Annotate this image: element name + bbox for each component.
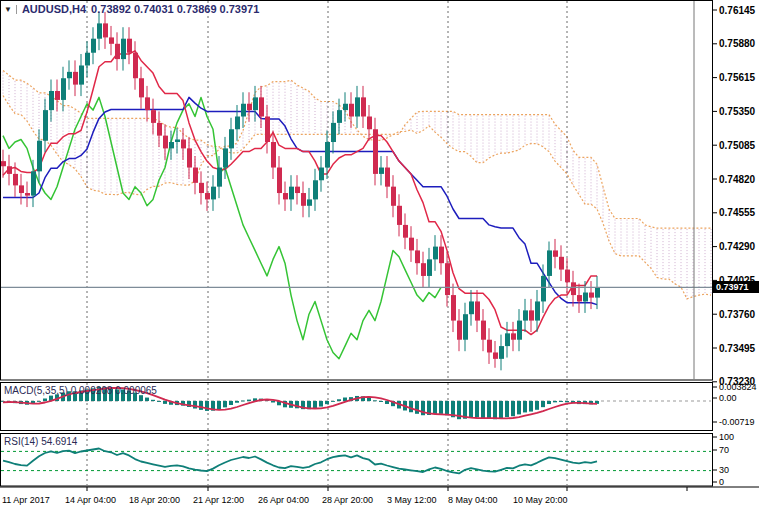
time-axis-label: 18 Apr 20:00 (129, 495, 180, 505)
current-price-tag: 0.73971 (713, 281, 759, 293)
time-axis-label: 3 May 12:00 (387, 495, 437, 505)
price-axis-label: 0.74820 (719, 174, 756, 185)
rsi-line (3, 449, 597, 474)
rsi-level-lines (1, 451, 711, 470)
time-axis-label: 14 Apr 04:00 (65, 495, 116, 505)
macd-axis-label: -0.00719 (719, 417, 755, 427)
candlesticks (1, 12, 600, 370)
rsi-axis-label: 30 (719, 465, 729, 475)
time-axis-label: 11 Apr 2017 (2, 495, 50, 505)
price-axis-label: 0.75350 (719, 106, 756, 117)
chart-title: ▼ AUDUSD,H4 0.73892 0.74031 0.73869 0.73… (4, 3, 259, 15)
price-axis-label: 0.73760 (719, 309, 756, 320)
price-axis-label: 0.75085 (719, 140, 756, 151)
price-axis-label: 0.74290 (719, 241, 756, 252)
rsi-axis-label: 100 (719, 432, 734, 442)
macd-axis-label: 0.00 (719, 393, 737, 403)
rsi-axis-label: 0 (719, 477, 724, 487)
ohlc-readout: 0.73892 0.74031 0.73869 0.73971 (91, 3, 259, 15)
chart-canvas[interactable]: 0.761450.758800.756150.753500.750850.748… (0, 0, 759, 511)
time-axis-label: 28 Apr 20:00 (322, 495, 373, 505)
trading-chart-window: ▼ AUDUSD,H4 0.73892 0.74031 0.73869 0.73… (0, 0, 759, 511)
macd-indicator-label: MACD(5,35,5) 0.000208 0.000065 (4, 385, 157, 396)
price-axis-label: 0.73495 (719, 343, 756, 354)
time-axis-label: 21 Apr 12:00 (193, 495, 244, 505)
macd-axis[interactable]: 0.0038240.00-0.00719 (712, 382, 757, 427)
price-axis-label: 0.75880 (719, 38, 756, 49)
symbol-period-label: AUDUSD,H4 (22, 3, 86, 15)
price-axis[interactable]: 0.761450.758800.756150.753500.750850.748… (712, 5, 756, 388)
price-axis-label: 0.76145 (719, 5, 756, 16)
panel-frames (1, 1, 713, 487)
rsi-axis[interactable]: 10070300 (712, 432, 734, 487)
rsi-axis-label: 70 (719, 445, 729, 455)
price-axis-label: 0.75615 (719, 72, 756, 83)
price-axis-label: 0.74555 (719, 207, 756, 218)
kijun-sen-line (3, 97, 597, 304)
time-axis[interactable]: 11 Apr 201714 Apr 04:0018 Apr 20:0021 Ap… (0, 487, 759, 505)
time-axis-label: 26 Apr 04:00 (258, 495, 309, 505)
time-axis-label: 8 May 04:00 (448, 495, 498, 505)
macd-axis-label: 0.003824 (719, 382, 757, 392)
rsi-indicator-label: RSI(14) 54.6914 (4, 436, 77, 447)
chart-dropdown-icon[interactable]: ▼ (4, 5, 17, 14)
time-axis-label: 10 May 20:00 (513, 495, 568, 505)
